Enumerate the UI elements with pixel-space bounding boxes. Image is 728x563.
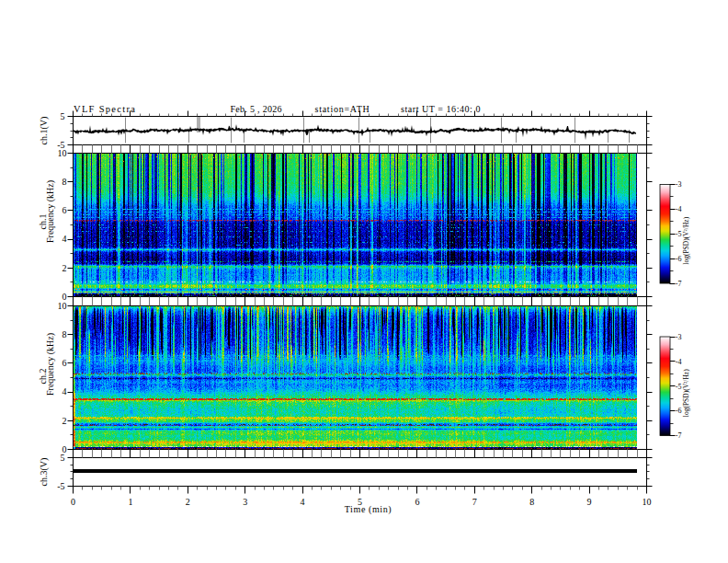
svg-text:Time (min): Time (min): [345, 504, 392, 515]
svg-text:3: 3: [243, 497, 247, 507]
svg-text:Frequency (kHz): Frequency (kHz): [45, 333, 56, 396]
svg-text:2: 2: [186, 497, 190, 507]
svg-text:6: 6: [63, 358, 67, 368]
svg-text:-7: -7: [676, 280, 682, 288]
svg-text:station=ATH: station=ATH: [315, 104, 370, 114]
svg-text:VLF Spectra: VLF Spectra: [74, 104, 136, 114]
svg-text:6: 6: [63, 205, 67, 215]
svg-text:8: 8: [529, 497, 534, 507]
svg-text:log(PSD)(V²/Hz): log(PSD)(V²/Hz): [682, 369, 690, 417]
svg-text:10: 10: [643, 497, 652, 507]
svg-text:-3: -3: [676, 333, 682, 341]
svg-text:-4: -4: [676, 205, 682, 213]
svg-text:-7: -7: [676, 431, 682, 440]
svg-text:7: 7: [472, 497, 477, 507]
svg-text:-4: -4: [676, 358, 682, 366]
svg-text:0: 0: [63, 444, 67, 454]
svg-text:2: 2: [63, 416, 67, 426]
svg-text:4: 4: [63, 386, 67, 396]
svg-text:1: 1: [128, 497, 132, 507]
svg-text:ch.1(V): ch.1(V): [39, 117, 50, 145]
svg-text:-6: -6: [676, 407, 682, 415]
svg-text:-5: -5: [676, 230, 682, 238]
svg-text:5: 5: [61, 111, 65, 121]
svg-text:-3: -3: [676, 180, 682, 189]
svg-text:start UT = 16:40: 0: start UT = 16:40: 0: [401, 104, 481, 114]
svg-text:8: 8: [63, 177, 67, 187]
svg-text:8: 8: [63, 329, 67, 339]
svg-text:0: 0: [71, 497, 75, 507]
svg-text:-5: -5: [676, 383, 682, 391]
svg-text:ch.3(V): ch.3(V): [39, 458, 50, 487]
svg-text:6: 6: [415, 497, 419, 507]
svg-text:Feb. 5 , 2026: Feb. 5 , 2026: [231, 104, 282, 114]
svg-text:-5: -5: [57, 481, 64, 491]
svg-text:log(PSD)(V²/Hz): log(PSD)(V²/Hz): [682, 216, 690, 264]
svg-text:9: 9: [587, 497, 592, 507]
svg-text:4: 4: [63, 234, 67, 244]
svg-text:-6: -6: [676, 255, 682, 263]
svg-text:10: 10: [58, 301, 67, 311]
svg-text:2: 2: [63, 263, 67, 273]
svg-text:10: 10: [58, 148, 67, 158]
svg-text:4: 4: [301, 497, 305, 507]
svg-text:Frequency (kHz): Frequency (kHz): [45, 180, 56, 243]
